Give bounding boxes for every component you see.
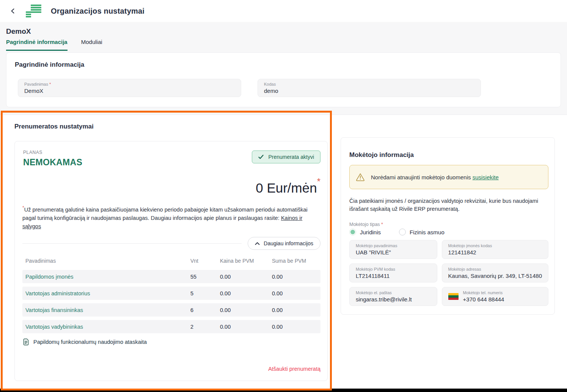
field-label: Mokėtojo pavadinimas [356, 243, 397, 248]
price-asterisk: * [317, 176, 320, 187]
bottom-black-bar [0, 389, 567, 392]
col-header-qty: Vnt [190, 258, 220, 264]
table-row: Vartotojas vadybininkas20.000.00 [22, 320, 320, 333]
contact-us-link[interactable]: susisiekite [473, 174, 499, 180]
field-label: Pavadinimas * [24, 82, 235, 86]
payer-info-card: Mokėtojo informacija Norėdami atnaujinti… [341, 137, 555, 315]
col-header-sum: Suma be PVM [272, 258, 317, 264]
badge-label: Prenumerata aktyvi [268, 154, 314, 160]
usage-report-link[interactable]: Papildomų funkcionalumų naudojimo ataska… [23, 339, 147, 345]
organization-name: DemoX [6, 27, 31, 36]
table-row: Papildomos įmonės550.000.00 [22, 270, 320, 283]
payer-name-field[interactable]: Mokėtojo pavadinimasUAB ”RIVILĖ” [349, 240, 437, 259]
usage-report-label: Papildomų funkcionalumų naudojimo ataska… [33, 339, 147, 345]
tab-modules[interactable]: Moduliai [81, 39, 102, 51]
row-sum: 0.00 [272, 274, 317, 280]
row-item-name[interactable]: Papildomos įmonės [25, 274, 190, 280]
row-sum: 0.00 [272, 324, 317, 330]
field-label: Kodas [264, 82, 474, 86]
plan-price: 0 Eur/mėn* [256, 179, 320, 196]
field-label: Mokėtojo adresas [448, 267, 542, 271]
radio-label: Juridinis [360, 229, 381, 235]
table-row: Vartotojas administratorius50.000.00 [22, 287, 320, 300]
payer-type-label: Mokėtojo tipas * [349, 222, 383, 227]
chevron-left-icon [10, 8, 16, 14]
row-price: 0.00 [220, 307, 272, 313]
field-label: Mokėtojo įmonės kodas [448, 243, 492, 248]
row-qty: 55 [190, 274, 220, 280]
field-label: Mokėtojo tel. numeris [463, 290, 504, 295]
plan-label: PLANAS [23, 150, 42, 155]
more-info-button[interactable]: Daugiau informacijos [248, 237, 320, 250]
back-button[interactable] [5, 3, 20, 19]
row-sum: 0.00 [272, 307, 317, 313]
col-header-price: Kaina be PVM [220, 258, 272, 264]
document-icon [23, 339, 29, 345]
top-app-bar: Organizacijos nustatymai [0, 0, 567, 22]
rivile-logo-icon [26, 5, 42, 17]
warning-text: Norėdami atnaujinti mokėtojo duomenis su… [371, 174, 499, 180]
field-value: demo [264, 88, 474, 94]
field-value: +370 644 88444 [463, 296, 504, 303]
field-value: Kaunas, Savanorių pr. 349, LT-51480 [448, 273, 542, 279]
plan-name: NEMOKAMAS [23, 157, 82, 168]
table-body: Papildomos įmonės550.000.00Vartotojas ad… [22, 270, 320, 333]
more-info-label: Daugiau informacijos [264, 240, 313, 246]
payer-email-field[interactable]: Mokėtojo el. paštassingaras.tribe@rivile… [349, 287, 437, 306]
payer-warning-box: Norėdami atnaujinti mokėtojo duomenis su… [349, 165, 548, 189]
price-footnote: *Už prenumeratą galutinė kaina paskaičiu… [22, 204, 317, 230]
subscription-active-badge: Prenumerata aktyvi [252, 151, 320, 163]
plan-items-table: Pavadinimas Vnt Kaina be PVM Suma be PVM… [22, 255, 320, 333]
payer-company-code-field[interactable]: Mokėtojo įmonės kodas121411842 [442, 240, 548, 259]
payer-section-title: Mokėtojo informacija [349, 151, 414, 159]
radio-selected-icon [349, 229, 356, 235]
org-fields: Pavadinimas *DemoXKodasdemo [18, 79, 481, 97]
payer-type-radio-group: JuridinisFizinis asmuo [349, 229, 444, 235]
row-sum: 0.00 [272, 290, 317, 296]
radio-label: Fizinis asmuo [410, 229, 444, 235]
field-value: LT214118411 [356, 273, 395, 279]
payer-vat-code-field[interactable]: Mokėtojo PVM kodasLT214118411 [349, 263, 437, 282]
warning-triangle-icon [356, 173, 365, 181]
row-qty: 6 [190, 307, 220, 313]
row-qty: 5 [190, 290, 220, 296]
tabs: Pagrindinė informacijaModuliai [6, 39, 102, 51]
field-value: singaras.tribe@rivile.lt [356, 296, 412, 303]
check-icon [258, 155, 264, 159]
divider [22, 243, 242, 244]
main-info-title: Pagrindinė informacija [15, 61, 84, 69]
col-header-name: Pavadinimas [25, 258, 190, 264]
chevron-up-icon [255, 242, 260, 245]
payer-fields-grid: Mokėtojo pavadinimasUAB ”RIVILĖ”Mokėtojo… [349, 240, 548, 306]
field-value: UAB ”RIVILĖ” [356, 249, 397, 256]
row-item-name[interactable]: Vartotojas finansininkas [25, 307, 190, 313]
radio-option-juridinis[interactable]: Juridinis [349, 229, 381, 235]
required-asterisk: * [49, 82, 51, 86]
lithuania-flag-icon [448, 293, 459, 300]
row-item-name[interactable]: Vartotojas administratorius [25, 290, 190, 296]
org-field-code[interactable]: Kodasdemo [258, 79, 481, 97]
cancel-subscription-link[interactable]: Atšaukti prenumeratą [268, 366, 320, 372]
main-info-card: Pagrindinė informacija Pavadinimas *Demo… [6, 52, 561, 107]
plan-card: PLANAS NEMOKAMAS Prenumerata aktyvi 0 Eu… [14, 141, 328, 381]
row-price: 0.00 [220, 324, 272, 330]
org-header-band: DemoX Pagrindinė informacijaModuliai Pag… [0, 22, 567, 115]
field-value: DemoX [24, 88, 235, 94]
row-item-name[interactable]: Vartotojas vadybininkas [25, 324, 190, 330]
field-value: 121411842 [448, 249, 492, 256]
payer-address-field[interactable]: Mokėtojo adresasKaunas, Savanorių pr. 34… [442, 263, 548, 282]
more-info-row: Daugiau informacijos [22, 237, 320, 250]
subscription-section-title: Prenumeratos nustatymai [14, 123, 94, 130]
field-label: Mokėtojo el. paštas [356, 290, 412, 295]
table-header-row: Pavadinimas Vnt Kaina be PVM Suma be PVM [22, 255, 320, 267]
organization-settings-screen: Organizacijos nustatymai DemoX Pagrindin… [0, 0, 567, 392]
table-row: Vartotojas finansininkas60.000.00 [22, 303, 320, 317]
row-price: 0.00 [220, 290, 272, 296]
row-qty: 2 [190, 324, 220, 330]
org-field-name[interactable]: Pavadinimas *DemoX [18, 79, 241, 97]
row-price: 0.00 [220, 274, 272, 280]
payer-phone-field[interactable]: Mokėtojo tel. numeris+370 644 88444 [442, 287, 548, 306]
radio-option-fizinis-asmuo[interactable]: Fizinis asmuo [399, 229, 444, 235]
radio-unselected-icon [399, 229, 406, 235]
tab-main-info[interactable]: Pagrindinė informacija [6, 39, 68, 51]
